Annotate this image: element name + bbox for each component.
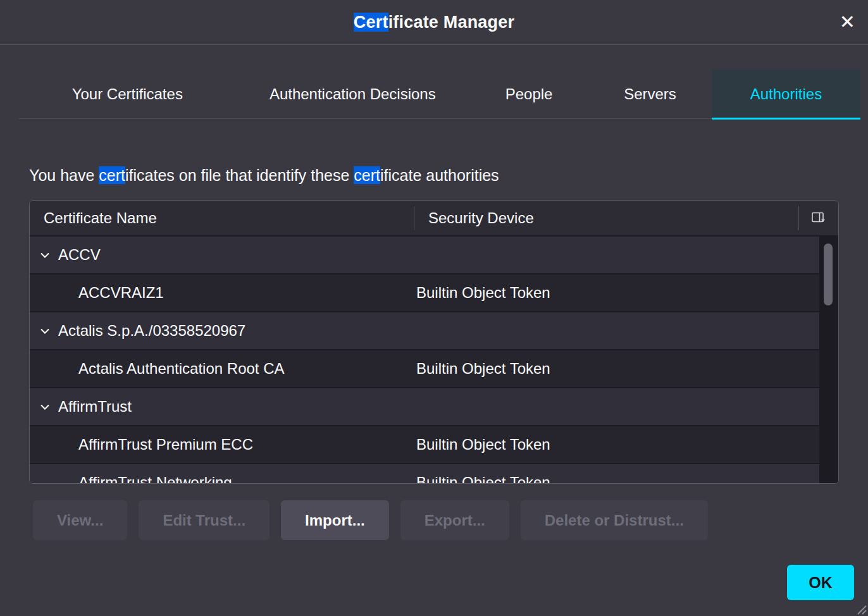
tree-group-row[interactable]: Actalis S.p.A./03358520967: [30, 312, 819, 349]
view-button: View...: [33, 500, 127, 540]
certificate-name: ACCVRAIZ1: [78, 284, 164, 302]
certificate-manager-dialog: { "colors": { "accent": "#00ddff", "high…: [0, 0, 868, 616]
tab-authorities[interactable]: Authorities: [712, 70, 860, 118]
tree-group-row[interactable]: AffirmTrust: [30, 388, 819, 425]
tree-cert-row[interactable]: AffirmTrust Networking Builtin Object To…: [30, 464, 819, 483]
tree-cert-row[interactable]: Actalis Authentication Root CA Builtin O…: [30, 350, 819, 387]
group-name: Actalis S.p.A./03358520967: [58, 322, 245, 340]
table-body: ACCV ACCVRAIZ1 Builtin Object Token Acta…: [30, 237, 819, 483]
tree-cert-row[interactable]: ACCVRAIZ1 Builtin Object Token: [30, 274, 819, 311]
tree-cert-row[interactable]: AffirmTrust Premium ECC Builtin Object T…: [30, 426, 819, 463]
tab-authentication-decisions[interactable]: Authentication Decisions: [236, 70, 469, 118]
scrollbar-thumb[interactable]: [824, 243, 833, 305]
description: You have certificates on file that ident…: [29, 166, 499, 185]
tab-your-certificates[interactable]: Your Certificates: [19, 70, 236, 118]
chevron-down-icon[interactable]: [40, 252, 49, 258]
export-button: Export...: [400, 500, 509, 540]
action-button-row: View... Edit Trust... Import... Export..…: [33, 500, 708, 540]
tab-bar: Your Certificates Authentication Decisio…: [19, 70, 860, 119]
chevron-down-icon[interactable]: [40, 328, 49, 334]
chevron-down-icon[interactable]: [40, 404, 49, 410]
column-header-certificate-name[interactable]: Certificate Name: [30, 201, 414, 235]
certificate-tree: Certificate Name Security Device ACCV: [29, 200, 839, 484]
titlebar: Certificate Manager ✕: [0, 0, 868, 45]
tree-group-row[interactable]: ACCV: [30, 237, 819, 273]
device-cell: Builtin Object Token: [414, 474, 819, 483]
resize-grip-icon[interactable]: [853, 601, 867, 615]
import-button[interactable]: Import...: [281, 500, 389, 540]
find-highlight: cert: [354, 166, 380, 184]
certificate-name: AffirmTrust Premium ECC: [78, 436, 253, 453]
find-highlight: cert: [99, 166, 125, 184]
edit-trust-button: Edit Trust...: [139, 500, 270, 540]
description-text: ificates on file that identify these: [125, 166, 354, 184]
scrollbar-track[interactable]: [819, 238, 838, 483]
ok-button[interactable]: OK: [787, 565, 854, 600]
page-title-text: ificate Manager: [388, 13, 515, 32]
certificate-name: AffirmTrust Networking: [78, 474, 232, 483]
tab-servers[interactable]: Servers: [588, 70, 712, 118]
device-cell: Builtin Object Token: [414, 360, 819, 378]
page-title: Certificate Manager: [354, 13, 514, 32]
group-name: ACCV: [58, 246, 101, 264]
column-header-security-device[interactable]: Security Device: [414, 201, 798, 235]
tab-people[interactable]: People: [469, 70, 588, 118]
find-highlight: Cert: [354, 13, 388, 32]
description-text: ificate authorities: [380, 166, 499, 184]
device-cell: Builtin Object Token: [414, 284, 819, 302]
close-icon[interactable]: ✕: [840, 13, 855, 32]
column-picker-button[interactable]: [799, 201, 838, 235]
certificate-name: Actalis Authentication Root CA: [78, 360, 285, 378]
column-picker-icon: [812, 209, 826, 227]
group-name: AffirmTrust: [58, 398, 132, 416]
description-text: You have: [29, 166, 99, 184]
table-header: Certificate Name Security Device: [30, 201, 838, 237]
delete-distrust-button: Delete or Distrust...: [521, 500, 708, 540]
device-cell: Builtin Object Token: [414, 436, 819, 453]
